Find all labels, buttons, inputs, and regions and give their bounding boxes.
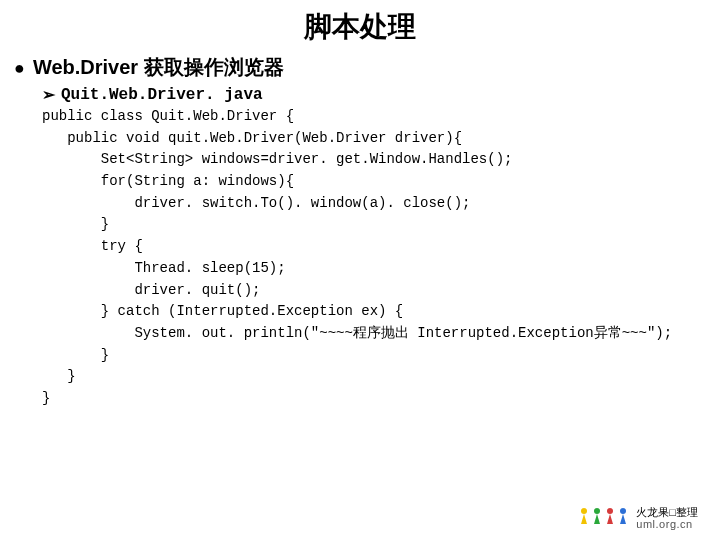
content-area: ● Web.Driver 获取操作浏览器 ➢ Quit.Web.Driver. … — [14, 54, 706, 410]
bullet-heading: ● Web.Driver 获取操作浏览器 — [14, 54, 706, 81]
bullet-icon: ● — [14, 59, 25, 77]
footer-text: 火龙果□整理 uml.org.cn — [636, 506, 698, 530]
footer: 火龙果□整理 uml.org.cn — [578, 506, 698, 530]
sub-text: Quit.Web.Driver. java — [61, 86, 263, 104]
bullet-text: Web.Driver 获取操作浏览器 — [33, 54, 284, 81]
footer-line2: uml.org.cn — [636, 518, 692, 530]
page-title: 脚本处理 — [0, 8, 720, 46]
footer-line1: 火龙果□整理 — [636, 506, 698, 518]
code-block: public class Quit.Web.Driver { public vo… — [42, 106, 706, 410]
footer-logo-icon — [578, 508, 630, 528]
sub-heading: ➢ Quit.Web.Driver. java — [42, 85, 706, 104]
chevron-right-icon: ➢ — [42, 85, 55, 104]
